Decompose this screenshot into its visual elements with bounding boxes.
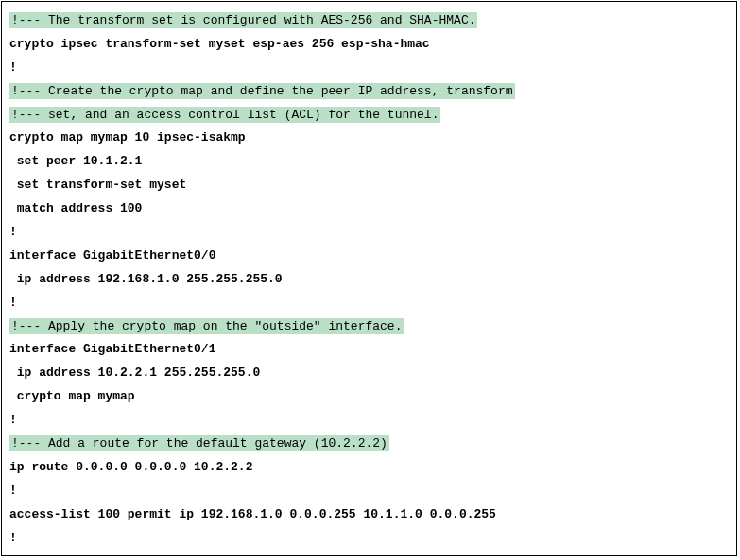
config-code-line: crypto map mymap 10 ipsec-isakmp	[9, 127, 729, 150]
comment-text: !--- The transform set is configured wit…	[9, 12, 477, 28]
config-code-line: !	[9, 409, 729, 433]
config-code-line: match address 100	[9, 197, 729, 221]
config-code-line: access-list 100 permit ip 192.168.1.0 0.…	[9, 503, 729, 527]
config-code-line: !	[9, 221, 729, 245]
config-code-block: !--- The transform set is configured wit…	[1, 1, 737, 556]
config-code-line: interface GigabitEthernet0/0	[9, 245, 729, 268]
config-code-line: !	[9, 527, 729, 551]
config-code-line: crypto ipsec transform-set myset esp-aes…	[9, 33, 729, 57]
comment-text: !--- Create the crypto map and define th…	[9, 83, 515, 99]
config-code-line: !	[9, 480, 729, 503]
config-comment-line: !--- Apply the crypto map on the "outsid…	[9, 315, 729, 339]
config-comment-line: !--- set, and an access control list (AC…	[9, 104, 729, 127]
config-code-line: interface GigabitEthernet0/1	[9, 338, 729, 362]
config-comment-line: !--- Add a route for the default gateway…	[9, 433, 729, 456]
config-code-line: set transform-set myset	[9, 174, 729, 197]
config-code-line: ip route 0.0.0.0 0.0.0.0 10.2.2.2	[9, 456, 729, 480]
config-code-line: ip address 192.168.1.0 255.255.255.0	[9, 268, 729, 292]
config-code-line: crypto map mymap	[9, 385, 729, 409]
comment-text: !--- Add a route for the default gateway…	[9, 435, 389, 451]
config-code-line: set peer 10.1.2.1	[9, 150, 729, 174]
config-code-line: !	[9, 292, 729, 315]
comment-text: !--- Apply the crypto map on the "outsid…	[9, 318, 404, 334]
config-comment-line: !--- Create the crypto map and define th…	[9, 80, 729, 104]
comment-text: !--- set, and an access control list (AC…	[9, 107, 440, 123]
config-code-line: ip address 10.2.2.1 255.255.255.0	[9, 362, 729, 385]
config-comment-line: !--- The transform set is configured wit…	[9, 9, 729, 33]
config-code-line: !	[9, 57, 729, 80]
